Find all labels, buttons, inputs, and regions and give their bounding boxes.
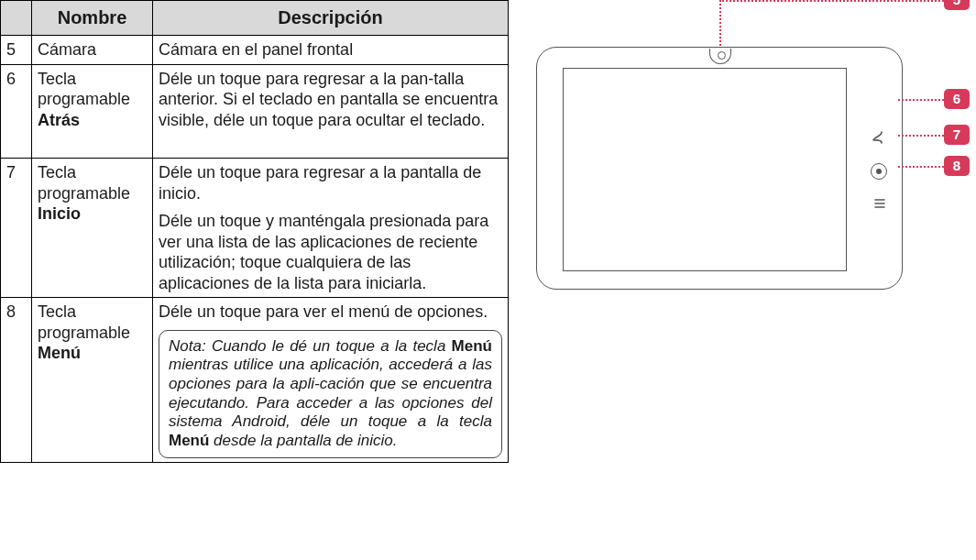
camera-icon (709, 49, 731, 64)
tablet-illustration (536, 37, 921, 302)
name-prefix: Tecla programable (38, 163, 130, 203)
back-key-icon (868, 126, 892, 148)
leader-line (719, 0, 944, 2)
row-num: 5 (1, 36, 32, 65)
note-mid: mientras utilice una aplicación, acceder… (169, 356, 492, 430)
name-prefix: Cámara (38, 40, 96, 59)
leader-line (719, 0, 721, 46)
leader-line (898, 99, 944, 101)
name-prefix: Tecla programable (38, 302, 130, 342)
table-row: 7 Tecla programable Inicio Déle un toque… (1, 159, 509, 298)
row-num: 6 (1, 64, 32, 159)
row-name: Tecla programable Menú (32, 298, 153, 463)
callout-6: 6 (944, 89, 970, 109)
head-name: Nombre (32, 1, 153, 36)
row-num: 7 (1, 159, 32, 298)
desc-para: Cámara en el panel frontal (159, 39, 502, 60)
home-key-icon (871, 163, 887, 180)
row-desc: Déle un toque para regresar a la pan-tal… (153, 64, 509, 159)
note-box: Nota: Cuando le dé un toque a la tecla M… (159, 330, 502, 458)
desc-para: Déle un toque para regresar a la pan-tal… (159, 69, 502, 131)
callout-8: 8 (944, 156, 970, 176)
note-prefix: Nota: Cuando le dé un toque a la tecla (169, 337, 452, 355)
table-row: 5 Cámara Cámara en el panel frontal (1, 36, 509, 65)
head-desc: Descripción (153, 1, 509, 36)
desc-para: Déle un toque y manténgala presionada pa… (159, 211, 502, 293)
row-name: Cámara (32, 36, 153, 65)
leader-line (898, 166, 944, 168)
menu-key-icon (868, 192, 892, 214)
leader-line (898, 135, 944, 137)
name-prefix: Tecla programable (38, 70, 130, 109)
note-suffix: desde la pantalla de inicio. (209, 432, 397, 449)
note-bold1: Menú (452, 337, 492, 355)
row-name: Tecla programable Atrás (32, 64, 153, 159)
desc-para: Déle un toque para ver el menú de opcion… (159, 302, 502, 323)
callout-5: 5 (944, 0, 970, 10)
note-bold2: Menú (169, 432, 209, 449)
name-bold: Atrás (38, 111, 80, 129)
table-row: 6 Tecla programable Atrás Déle un toque … (1, 64, 509, 159)
row-desc: Déle un toque para ver el menú de opcion… (153, 298, 509, 463)
head-num (1, 1, 32, 36)
row-desc: Cámara en el panel frontal (153, 36, 509, 65)
table-row: 8 Tecla programable Menú Déle un toque p… (1, 298, 509, 463)
name-bold: Menú (38, 344, 81, 362)
row-num: 8 (1, 298, 32, 463)
desc-para: Déle un toque para regresar a la pantall… (159, 162, 502, 203)
keys-table: Nombre Descripción 5 Cámara Cámara en el… (0, 0, 509, 463)
callout-7: 7 (944, 125, 970, 145)
tablet-screen (563, 68, 847, 271)
row-desc: Déle un toque para regresar a la pantall… (153, 159, 509, 298)
row-name: Tecla programable Inicio (32, 159, 153, 298)
tablet-body (536, 47, 903, 290)
name-bold: Inicio (38, 204, 81, 223)
